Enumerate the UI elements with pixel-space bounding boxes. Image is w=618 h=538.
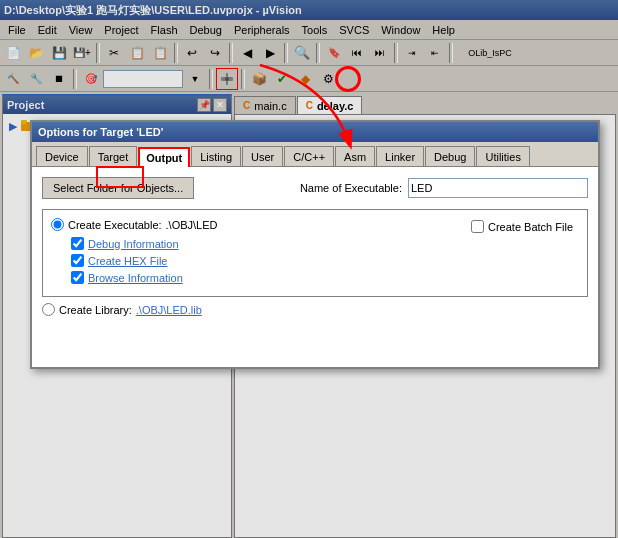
create-batch-section: Create Batch File	[471, 220, 573, 233]
dialog-title-text: Options for Target 'LED'	[38, 126, 163, 138]
tab-asm[interactable]: Asm	[335, 146, 375, 166]
create-batch-label: Create Batch File	[488, 221, 573, 233]
tab-cpp[interactable]: C/C++	[284, 146, 334, 166]
tab-linker[interactable]: Linker	[376, 146, 424, 166]
name-executable-label: Name of Executable:	[300, 182, 402, 194]
executable-name-input[interactable]	[408, 178, 588, 198]
create-executable-label: Create Executable:	[68, 219, 162, 231]
browse-info-checkbox[interactable]	[71, 271, 84, 284]
dialog-title-bar: Options for Target 'LED'	[32, 122, 598, 142]
select-folder-button[interactable]: Select Folder for Objects...	[42, 177, 194, 199]
dialog-body: Select Folder for Objects... Name of Exe…	[32, 167, 598, 367]
tab-debug[interactable]: Debug	[425, 146, 475, 166]
tab-listing[interactable]: Listing	[191, 146, 241, 166]
create-library-value: .\OBJ\LED.lib	[136, 304, 202, 316]
tab-target[interactable]: Target	[89, 146, 138, 166]
tab-utilities[interactable]: Utilities	[476, 146, 529, 166]
tab-output[interactable]: Output	[138, 147, 190, 167]
browse-info-label: Browse Information	[88, 272, 183, 284]
create-executable-radio[interactable]	[51, 218, 64, 231]
create-batch-checkbox[interactable]	[471, 220, 484, 233]
create-hex-checkbox[interactable]	[71, 254, 84, 267]
output-group-box: Create Executable: .\OBJ\LED Debug Infor…	[42, 209, 588, 297]
create-hex-row: Create HEX File	[51, 254, 579, 267]
debug-info-label: Debug Information	[88, 238, 179, 250]
browse-info-row: Browse Information	[51, 271, 579, 284]
create-library-radio[interactable]	[42, 303, 55, 316]
create-hex-label: Create HEX File	[88, 255, 167, 267]
tab-user[interactable]: User	[242, 146, 283, 166]
debug-info-row: Debug Information	[51, 237, 579, 250]
create-library-label: Create Library:	[59, 304, 132, 316]
debug-info-checkbox[interactable]	[71, 237, 84, 250]
create-executable-value: .\OBJ\LED	[166, 219, 218, 231]
dialog-tabs: Device Target Output Listing User C/C++ …	[32, 142, 598, 167]
create-library-row: Create Library: .\OBJ\LED.lib	[42, 303, 588, 316]
tab-device[interactable]: Device	[36, 146, 88, 166]
options-dialog: Options for Target 'LED' Device Target O…	[30, 120, 600, 369]
